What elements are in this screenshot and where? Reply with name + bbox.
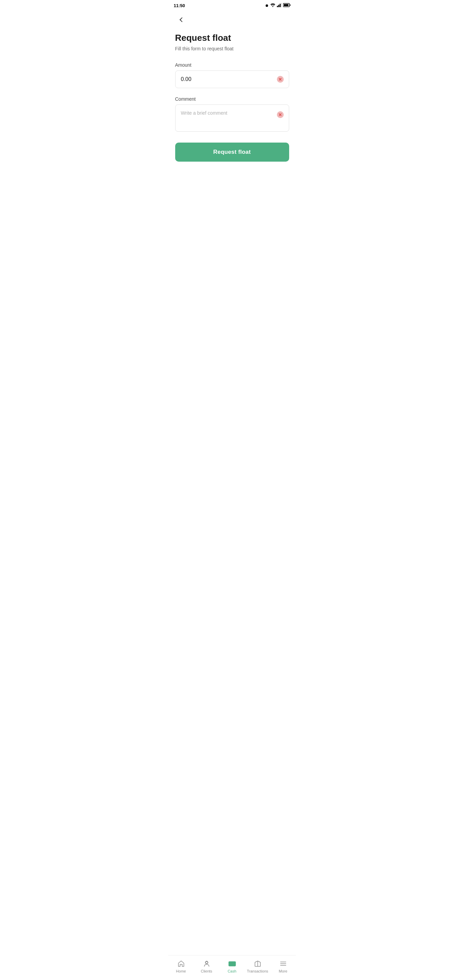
- page-title: Request float: [175, 33, 289, 43]
- svg-point-15: [231, 963, 233, 965]
- svg-rect-2: [278, 5, 279, 7]
- comment-clear-icon: [277, 111, 284, 118]
- nav-item-more[interactable]: More: [270, 958, 296, 975]
- svg-rect-7: [290, 5, 291, 6]
- nav-label-transactions: Transactions: [247, 969, 269, 973]
- clients-icon: [202, 959, 211, 968]
- status-time: 11:50: [174, 3, 185, 8]
- svg-rect-6: [284, 4, 288, 6]
- nav-label-clients: Clients: [201, 969, 212, 973]
- back-button[interactable]: [175, 14, 188, 26]
- nav-item-cash[interactable]: Cash: [219, 958, 245, 975]
- svg-point-0: [272, 6, 273, 7]
- svg-line-10: [279, 114, 281, 116]
- comment-input[interactable]: [175, 105, 289, 132]
- cash-icon: [228, 959, 236, 968]
- back-arrow-icon: [179, 18, 184, 22]
- amount-input[interactable]: [175, 70, 289, 88]
- svg-rect-1: [277, 6, 278, 7]
- amount-clear-icon: [277, 76, 284, 83]
- home-icon: [177, 959, 185, 968]
- svg-rect-3: [280, 4, 281, 7]
- recording-icon: ⏺: [265, 3, 269, 8]
- bottom-nav: Home Clients Cash: [168, 955, 296, 980]
- nav-item-transactions[interactable]: Transactions: [245, 958, 270, 975]
- svg-line-8: [279, 78, 281, 80]
- svg-line-9: [279, 78, 281, 80]
- nav-item-home[interactable]: Home: [168, 958, 194, 975]
- amount-field-group: Amount: [175, 62, 289, 88]
- svg-rect-4: [281, 3, 282, 7]
- battery-icon: [283, 3, 291, 8]
- amount-input-wrapper: [175, 70, 289, 88]
- signal-icon: [277, 3, 282, 8]
- more-icon: [279, 959, 287, 968]
- svg-line-11: [279, 114, 281, 116]
- comment-clear-button[interactable]: [275, 110, 285, 119]
- nav-item-clients[interactable]: Clients: [194, 958, 219, 975]
- comment-input-wrapper: [175, 105, 289, 132]
- nav-label-more: More: [279, 969, 287, 973]
- request-float-button[interactable]: Request float: [175, 143, 289, 162]
- page-subtitle: Fill this form to request float: [175, 46, 289, 51]
- amount-label: Amount: [175, 62, 289, 68]
- status-bar: 11:50 ⏺: [168, 0, 296, 10]
- nav-label-cash: Cash: [227, 969, 237, 973]
- comment-field-group: Comment: [175, 96, 289, 132]
- wifi-icon: [270, 3, 275, 8]
- status-icons: ⏺: [265, 3, 291, 8]
- main-content: Request float Fill this form to request …: [168, 10, 296, 980]
- amount-clear-button[interactable]: [275, 75, 285, 84]
- comment-label: Comment: [175, 96, 289, 102]
- transactions-icon: [253, 959, 262, 968]
- nav-label-home: Home: [176, 969, 186, 973]
